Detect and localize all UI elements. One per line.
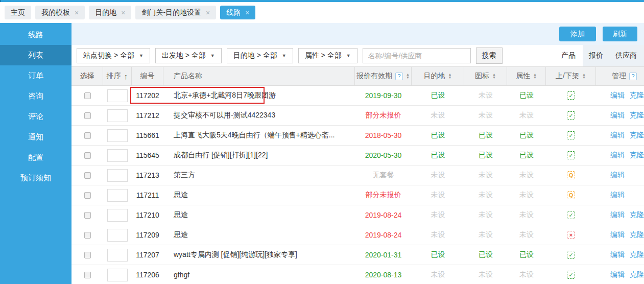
help-icon[interactable]: ? (629, 73, 637, 80)
edit-link[interactable]: 编辑 (610, 91, 625, 100)
shelf-status-icon[interactable]: ✓ (567, 131, 575, 139)
clone-link[interactable]: 克隆 (630, 91, 644, 100)
shelf-status-icon[interactable]: Q (567, 191, 575, 199)
quote-validity: 部分未报价 (355, 106, 412, 125)
header-icon-col[interactable]: 图标 ▲ ▼ (464, 67, 507, 85)
clone-link[interactable]: 克隆 (630, 131, 644, 140)
row-checkbox[interactable] (84, 92, 91, 99)
sort-order-input[interactable] (107, 109, 128, 122)
sort-order-input[interactable] (107, 249, 128, 262)
view-tab[interactable]: 供应商 (609, 45, 643, 66)
tab[interactable]: 线路 × (220, 6, 255, 19)
tab[interactable]: 目的地 × (89, 6, 131, 19)
sort-order-input[interactable] (107, 89, 128, 102)
close-icon[interactable]: × (245, 9, 249, 16)
table-row: 117206 gfhgf 2020-08-13 未设 未设 未设 ✓ 编辑 克隆 (71, 265, 644, 284)
edit-link[interactable]: 编辑 (610, 270, 625, 279)
sort-order-input[interactable] (107, 149, 128, 162)
tab[interactable]: 剑门关-目的地设置 × (135, 6, 216, 19)
clone-link[interactable]: 克隆 (630, 230, 644, 240)
clone-link[interactable]: 克隆 (630, 111, 644, 120)
sidebar-item[interactable]: 线路 (0, 25, 71, 45)
row-checkbox[interactable] (84, 112, 91, 119)
sort-order-input[interactable] (107, 269, 128, 281)
edit-link[interactable]: 编辑 (610, 111, 625, 120)
filter-dropdown[interactable]: 出发地 > 全部 ▼ (155, 48, 222, 63)
row-checkbox[interactable] (84, 232, 91, 239)
sort-order-input[interactable] (107, 209, 128, 222)
header-sort[interactable]: 排序 ↑ (103, 67, 132, 85)
shelf-status-icon[interactable]: ✓ (567, 111, 575, 120)
edit-link[interactable]: 编辑 (610, 151, 625, 160)
close-icon[interactable]: × (121, 9, 125, 16)
sidebar-item[interactable]: 列表 (0, 45, 71, 65)
view-tab[interactable]: 报价 (583, 45, 609, 66)
tab[interactable]: 我的模板 × (35, 6, 85, 19)
clone-link[interactable]: 克隆 (630, 210, 644, 220)
icon-status: 已设 (464, 245, 507, 265)
shelf-status-icon[interactable]: ✓ (567, 91, 575, 100)
search-input[interactable] (363, 48, 471, 63)
sort-icon[interactable]: ▲ ▼ (533, 73, 537, 79)
sidebar-item[interactable]: 评论 (0, 106, 71, 127)
row-checkbox[interactable] (84, 192, 91, 199)
sidebar-item[interactable]: 咨询 (0, 86, 71, 106)
close-icon[interactable]: × (75, 9, 79, 16)
row-checkbox[interactable] (84, 172, 91, 179)
sort-icon[interactable]: ▲ ▼ (582, 73, 586, 79)
sort-order-input[interactable] (107, 169, 128, 182)
shelf-status-icon[interactable]: ✓ (567, 251, 575, 259)
clone-link[interactable]: 克隆 (630, 270, 644, 279)
row-checkbox[interactable] (84, 132, 91, 139)
search-button[interactable]: 搜索 (476, 48, 503, 64)
tab[interactable]: 主页 × (5, 6, 31, 19)
filter-dropdown[interactable]: 目的地 > 全部 ▼ (227, 48, 293, 63)
quote-validity: 2020-08-13 (355, 265, 412, 284)
table-row: 115661 上海直飞大阪5天4晚自由行（端午预售+精选心斋... 2018-0… (71, 126, 644, 146)
sort-order-input[interactable] (107, 129, 128, 142)
shelf-status-icon[interactable]: Q (567, 171, 575, 179)
clone-link[interactable]: 克隆 (630, 151, 644, 160)
shelf-status-icon[interactable]: ✓ (567, 151, 575, 159)
edit-link[interactable]: 编辑 (610, 191, 625, 200)
header-valid[interactable]: 报价有效期 ? ▲ ▼ (355, 67, 412, 85)
help-icon[interactable]: ? (395, 73, 403, 80)
edit-link[interactable]: 编辑 (610, 210, 625, 220)
shelf-status-icon[interactable]: ✓ (567, 271, 575, 279)
sort-up-arrow-icon[interactable]: ↑ (124, 72, 128, 81)
edit-link[interactable]: 编辑 (610, 250, 625, 259)
row-checkbox[interactable] (84, 272, 91, 278)
filter-dropdown[interactable]: 属性 > 全部 ▼ (298, 48, 357, 63)
filter-dropdown[interactable]: 站点切换 > 全部 ▼ (77, 48, 150, 63)
edit-link[interactable]: 编辑 (610, 131, 625, 140)
row-checkbox[interactable] (84, 152, 91, 159)
shelf-status-icon[interactable]: × (567, 231, 575, 239)
sidebar-item[interactable]: 通知 (0, 127, 71, 147)
view-tab[interactable]: 产品 (554, 45, 583, 66)
row-checkbox[interactable] (84, 252, 91, 258)
sort-icon[interactable]: ▲ ▼ (448, 73, 452, 79)
clone-link[interactable]: 克隆 (630, 250, 644, 259)
sidebar-item[interactable]: 订单 (0, 65, 71, 86)
filter-dropdown-label: 属性 > 全部 (305, 51, 342, 60)
sidebar-item[interactable]: 预订须知 (0, 168, 71, 188)
refresh-button[interactable]: 刷新 (603, 27, 637, 41)
sort-icon[interactable]: ▲ ▼ (406, 73, 410, 79)
header-destination[interactable]: 目的地 ▲ ▼ (412, 67, 464, 85)
product-name: 思途 (163, 185, 355, 205)
header-updown[interactable]: 上/下架 ▲ ▼ (546, 67, 596, 85)
header-attribute[interactable]: 属性 ▲ ▼ (507, 67, 546, 85)
close-icon[interactable]: × (206, 9, 210, 16)
edit-link[interactable]: 编辑 (610, 230, 625, 240)
product-name: wyatt专属内测 [促销][纯游玩][独家专享] (163, 245, 355, 265)
shelf-status-icon[interactable]: ✓ (567, 211, 575, 219)
add-button[interactable]: 添加 (559, 27, 596, 41)
sidebar-item[interactable]: 配置 (0, 147, 71, 168)
sort-order-input[interactable] (107, 229, 128, 242)
sort-order-input[interactable] (107, 189, 128, 202)
sidebar: 线路 列表 订单 咨询 评论 通知 配置 (0, 23, 71, 284)
product-id: 117202 (132, 86, 163, 105)
row-checkbox[interactable] (84, 212, 91, 219)
sort-icon[interactable]: ▲ ▼ (492, 73, 496, 79)
edit-link[interactable]: 编辑 (610, 171, 625, 180)
